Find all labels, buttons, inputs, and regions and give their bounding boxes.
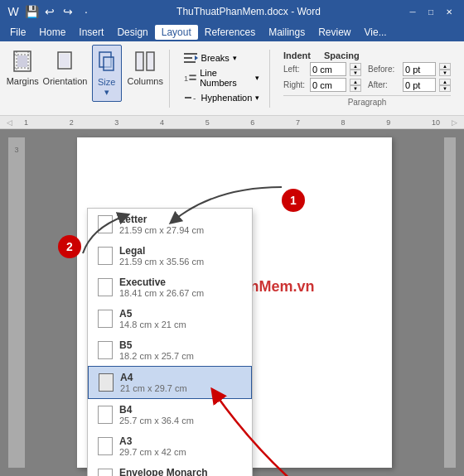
line-numbers-button[interactable]: 1 Line Numbers ▾: [183, 68, 260, 88]
item-text: Letter21.59 cm x 27.94 cm: [119, 214, 242, 235]
spacing-after-input[interactable]: [403, 78, 436, 92]
dropdown-item-envelope-monarch[interactable]: Envelope Monarch9.84 cm x 19.05 cm: [88, 462, 252, 476]
indent-right-spin[interactable]: ▲ ▼: [350, 79, 361, 92]
item-size: 29.7 cm x 42 cm: [119, 447, 242, 457]
columns-label: Columns: [128, 76, 163, 86]
dropdown-item-legal[interactable]: Legal21.59 cm x 35.56 cm: [88, 240, 252, 272]
dropdown-item-b5[interactable]: B518.2 cm x 25.7 cm: [88, 334, 252, 366]
item-name: Legal: [119, 245, 242, 257]
maximize-button[interactable]: □: [423, 3, 439, 20]
page-icon: [99, 373, 114, 392]
indent-left-spin[interactable]: ▲ ▼: [350, 63, 361, 76]
redo-icon[interactable]: ↪: [61, 5, 75, 18]
undo-icon[interactable]: ↩: [43, 5, 56, 18]
save-icon[interactable]: 💾: [25, 5, 38, 18]
breaks-button[interactable]: Breaks ▾: [183, 50, 260, 65]
indent-title: Indent: [283, 50, 311, 60]
item-size: 21.59 cm x 35.56 cm: [119, 257, 242, 267]
dropdown-item-a3[interactable]: A329.7 cm x 42 cm: [88, 430, 252, 462]
orientation-button[interactable]: Orientation: [45, 45, 85, 89]
menu-layout[interactable]: Layout: [155, 25, 198, 40]
page-icon: [98, 437, 113, 455]
menu-bar: File Home Insert Design Layout Reference…: [0, 23, 464, 41]
margins-button[interactable]: Margins: [7, 45, 38, 89]
indent-left-up[interactable]: ▲: [350, 63, 361, 70]
item-name: Letter: [119, 214, 242, 225]
line-numbers-label: Line Numbers: [200, 68, 252, 88]
item-text: Legal21.59 cm x 35.56 cm: [119, 245, 242, 267]
menu-mailings[interactable]: Mailings: [262, 25, 312, 40]
indent-right-down[interactable]: ▼: [350, 85, 361, 92]
size-icon: [94, 49, 120, 75]
item-size: 21.59 cm x 27.94 cm: [119, 225, 242, 235]
dropdown-item-a4[interactable]: A421 cm x 29.7 cm: [88, 366, 252, 399]
spacing-before-up[interactable]: ▲: [439, 63, 451, 70]
spacing-before-spin[interactable]: ▲ ▼: [439, 63, 451, 76]
svg-rect-21: [189, 79, 196, 80]
spacing-before-input[interactable]: [403, 62, 436, 76]
indent-right-up[interactable]: ▲: [350, 79, 361, 85]
columns-button[interactable]: Columns: [128, 45, 162, 89]
svg-text:-: -: [193, 94, 196, 103]
menu-view[interactable]: Vie...: [358, 25, 394, 40]
item-text: B518.2 cm x 25.7 cm: [119, 339, 242, 361]
indent-left-label: Left:: [283, 65, 307, 74]
dropdown-item-executive[interactable]: Executive18.41 cm x 26.67 cm: [88, 272, 252, 303]
menu-insert[interactable]: Insert: [72, 25, 110, 40]
annotation-2: 2: [58, 235, 81, 258]
page-icon: [98, 406, 113, 424]
item-name: B5: [119, 339, 242, 351]
item-size: 18.2 cm x 25.7 cm: [119, 351, 242, 361]
hyphenation-button[interactable]: - Hyphenation ▾: [183, 90, 260, 105]
item-name: A4: [120, 372, 241, 383]
page-icon: [98, 310, 113, 328]
left-sidebar: 3: [8, 137, 25, 468]
spacing-before-down[interactable]: ▼: [439, 70, 451, 76]
item-size: 14.8 cm x 21 cm: [119, 320, 242, 329]
item-name: A5: [119, 308, 242, 320]
indent-right-input[interactable]: [310, 78, 346, 92]
dropdown-item-a5[interactable]: A514.8 cm x 21 cm: [88, 303, 252, 334]
menu-file[interactable]: File: [3, 25, 32, 40]
hyphenation-arrow: ▾: [255, 94, 259, 102]
item-name: A3: [119, 435, 242, 447]
menu-references[interactable]: References: [198, 25, 262, 40]
svg-rect-13: [137, 53, 143, 70]
size-button[interactable]: Size ▾: [92, 45, 122, 102]
svg-marker-18: [195, 55, 198, 60]
item-name: Executive: [119, 276, 242, 288]
menu-review[interactable]: Review: [312, 25, 357, 40]
dropdown-item-b4[interactable]: B425.7 cm x 36.4 cm: [88, 399, 252, 430]
menu-home[interactable]: Home: [32, 25, 72, 40]
indent-left-input[interactable]: [310, 62, 346, 76]
minimize-button[interactable]: ─: [404, 3, 421, 20]
dropdown-item-letter[interactable]: Letter21.59 cm x 27.94 cm: [88, 209, 252, 240]
right-sidebar: [444, 137, 456, 468]
window-title: ThuThuatPhanMem.docx - Word: [93, 6, 404, 17]
size-dropdown: Letter21.59 cm x 27.94 cmLegal21.59 cm x…: [87, 208, 253, 476]
svg-rect-10: [104, 58, 113, 70]
svg-rect-17: [184, 61, 196, 63]
item-text: B425.7 cm x 36.4 cm: [119, 404, 242, 426]
svg-rect-16: [184, 57, 192, 59]
margins-icon: [9, 48, 36, 75]
ribbon-divider-2: [269, 50, 270, 108]
svg-rect-14: [147, 53, 153, 70]
page-icon: [98, 278, 113, 296]
breaks-label: Breaks: [201, 53, 230, 63]
close-button[interactable]: ✕: [441, 3, 457, 20]
spacing-after-up[interactable]: ▲: [439, 79, 451, 85]
page-icon: [98, 469, 113, 476]
spacing-after-spin[interactable]: ▲ ▼: [439, 79, 451, 92]
document-area-wrap: 3 ThuThuatPhanMem.vn Letter21.59 cm x 27…: [0, 129, 464, 476]
item-size: 18.41 cm x 26.67 cm: [119, 288, 242, 298]
item-text: Envelope Monarch9.84 cm x 19.05 cm: [119, 467, 242, 476]
svg-rect-7: [60, 54, 70, 67]
indent-left-down[interactable]: ▼: [350, 70, 361, 76]
annotation-1: 1: [282, 189, 305, 212]
menu-design[interactable]: Design: [110, 25, 154, 40]
ribbon: Margins Orientation Size ▾: [0, 41, 464, 116]
svg-rect-22: [185, 97, 191, 99]
window-controls: ─ □ ✕: [404, 3, 457, 20]
spacing-after-down[interactable]: ▼: [439, 85, 451, 92]
